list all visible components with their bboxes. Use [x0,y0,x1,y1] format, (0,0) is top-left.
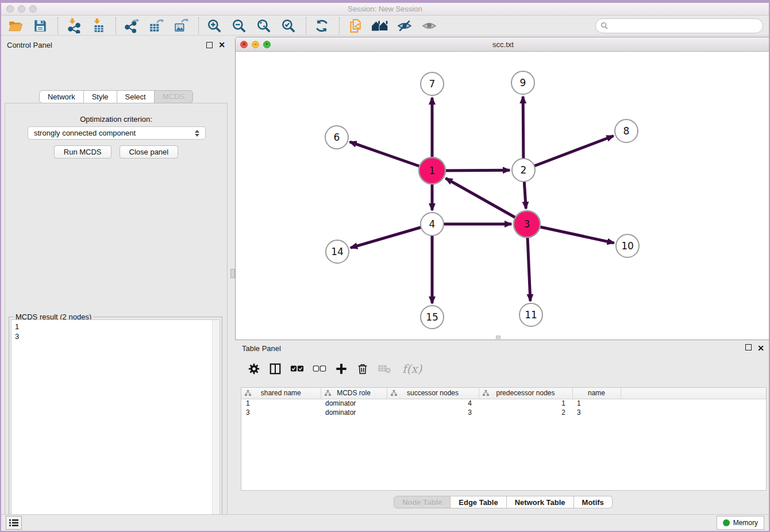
edge-4-14[interactable] [351,224,432,248]
search-box[interactable] [595,18,763,33]
function-builder-icon[interactable]: f(x) [402,362,422,376]
result-scrollbar[interactable] [212,320,220,530]
network-view-window: ✕ − + scc.txt 1234678910111415 [235,37,770,340]
select-stepper-icon [195,130,199,137]
node-11[interactable]: 11 [519,303,542,326]
edge-2-8[interactable] [523,136,614,170]
column-header-successor-nodes[interactable]: successor nodes [387,388,479,399]
export-network-icon[interactable] [123,18,140,34]
svg-text:14: 14 [331,246,344,257]
node-2[interactable]: 2 [512,159,535,182]
close-panel-button[interactable]: Close panel [120,145,179,159]
hide-eye-icon[interactable] [396,18,413,34]
toolbar-separator [198,17,199,34]
cell[interactable]: 3 [572,408,621,417]
cell[interactable]: 3 [387,408,479,417]
svg-text:4: 4 [429,218,436,230]
node-6[interactable]: 6 [325,126,348,149]
node-8[interactable]: 8 [615,119,638,142]
tree-icon [483,390,489,398]
tab-edge-table[interactable]: Edge Table [451,496,506,508]
zoom-selected-icon[interactable] [280,18,297,34]
show-eye-icon[interactable] [421,18,438,34]
gear-icon[interactable] [248,363,260,375]
open-session-icon[interactable] [7,18,24,34]
task-history-button[interactable] [6,516,22,530]
node-3[interactable]: 3 [514,211,540,237]
svg-text:6: 6 [334,132,340,143]
cell[interactable]: dominator [321,399,387,408]
node-4[interactable]: 4 [421,213,444,236]
control-panel-tabs: NetworkStyleSelectMCDS [1,90,231,103]
deselect-all-checkboxes-icon[interactable] [313,364,326,373]
node-9[interactable]: 9 [511,71,534,94]
node-10[interactable]: 10 [616,234,639,257]
control-panel-title: Control Panel [7,41,52,49]
export-table-icon[interactable] [148,18,165,34]
tab-select[interactable]: Select [117,90,155,103]
zoom-out-icon[interactable] [230,18,248,34]
cell[interactable]: dominator [321,408,387,417]
export-image-icon[interactable] [172,18,190,34]
network-canvas[interactable]: 1234678910111415 [236,52,770,340]
cell[interactable]: 1 [241,399,321,408]
edge-3-1[interactable] [446,178,527,224]
select-all-checkboxes-icon[interactable] [290,364,304,373]
tab-network[interactable]: Network [39,90,84,103]
search-icon [600,22,608,29]
delete-table-icon[interactable] [378,364,391,374]
columns-icon[interactable] [269,363,282,375]
close-panel-icon[interactable]: ✕ [218,41,225,49]
cell[interactable]: 3 [241,408,321,417]
table-toolbar: f(x) [235,356,770,381]
canvas-resize-handle[interactable] [496,336,500,339]
column-header-predecessor-nodes[interactable]: predecessor nodes [479,388,572,399]
search-input[interactable] [611,21,758,30]
tab-node-table[interactable]: Node Table [394,496,451,508]
duplicate-network-icon[interactable] [346,18,364,34]
tab-style[interactable]: Style [84,90,117,103]
cell[interactable]: 1 [572,399,621,408]
add-column-icon[interactable] [335,363,348,375]
toolbar-separator [306,17,306,34]
svg-text:10: 10 [621,240,634,252]
table-close-panel-icon[interactable]: ✕ [757,344,764,352]
node-1[interactable]: 1 [419,157,445,184]
column-header-MCDS-role[interactable]: MCDS role [321,388,387,399]
panel-splitter-handle[interactable] [230,269,235,278]
tab-network-table[interactable]: Network Table [507,496,574,508]
refresh-icon[interactable] [313,18,330,34]
table-row[interactable]: 3dominator323 [241,408,766,417]
cell[interactable]: 1 [479,399,572,408]
node-table: shared nameMCDS rolesuccessor nodesprede… [241,387,767,491]
table-float-panel-icon[interactable] [745,344,752,350]
float-panel-icon[interactable] [206,42,213,48]
import-network-icon[interactable] [65,18,82,34]
network-window-titlebar[interactable]: ✕ − + scc.txt [236,37,770,52]
node-15[interactable]: 15 [421,306,444,329]
tab-motifs[interactable]: Motifs [574,496,613,508]
column-header-name[interactable]: name [572,388,621,399]
window-title: Session: New Session [1,5,769,13]
column-header-shared-name[interactable]: shared name [241,388,321,399]
zoom-fit-icon[interactable] [255,18,272,34]
delete-icon[interactable] [356,363,369,375]
mcds-result-area[interactable]: 13 [11,319,220,531]
save-session-icon[interactable] [32,18,49,34]
node-7[interactable]: 7 [421,72,444,95]
run-mcds-button[interactable]: Run MCDS [54,145,111,159]
tree-icon [325,390,331,398]
cell[interactable]: 4 [387,399,479,408]
memory-label: Memory [733,519,758,527]
zoom-in-icon[interactable] [206,18,223,34]
memory-button[interactable]: Memory [717,516,764,530]
houses-icon[interactable] [371,18,388,34]
tab-mcds[interactable]: MCDS [155,90,193,103]
import-table-icon[interactable] [90,18,107,34]
table-row[interactable]: 1dominator411 [241,399,766,408]
cell[interactable]: 2 [479,408,572,417]
criterion-select[interactable]: strongly connected component [28,126,206,140]
node-14[interactable]: 14 [326,240,349,263]
mcds-result-box: MCDS result (2 nodes) 13 [9,317,222,532]
toolbar-separator [57,17,58,34]
